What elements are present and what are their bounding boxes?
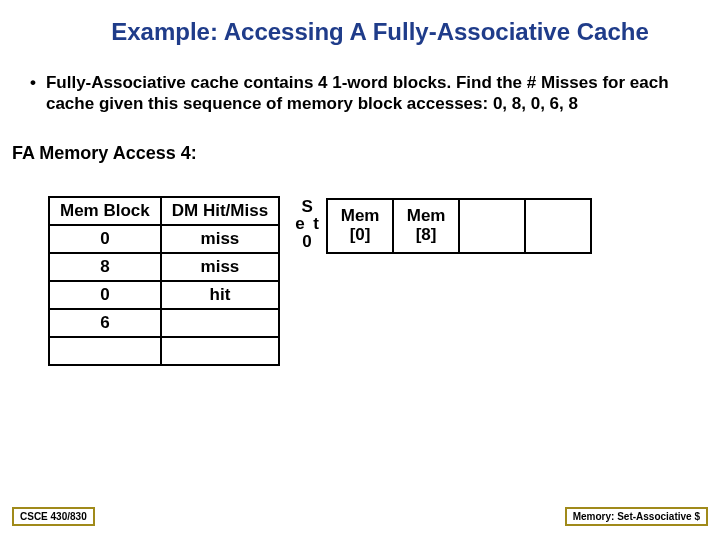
content-row: Mem Block DM Hit/Miss 0 miss 8 miss 0 hi… [0,164,720,366]
cell: hit [161,281,279,309]
table-row [49,337,279,365]
bullet-item: • Fully-Associative cache contains 4 1-w… [30,72,680,115]
cache-cell [459,199,525,253]
cell: 0 [49,225,161,253]
table-row: 6 [49,309,279,337]
cell: 6 [49,309,161,337]
footer-left: CSCE 430/830 [12,507,95,526]
cache-cell: Mem[0] [327,199,393,253]
table-row: 0 miss [49,225,279,253]
cell [161,309,279,337]
subheading: FA Memory Access 4: [0,115,720,164]
cache-cell [525,199,591,253]
bullet-list: • Fully-Associative cache contains 4 1-w… [0,54,720,115]
page-title: Example: Accessing A Fully-Associative C… [0,0,720,54]
cache-cell: Mem[8] [393,199,459,253]
table-row: Mem[0] Mem[8] [327,199,591,253]
cell [161,337,279,365]
table-row: 8 miss [49,253,279,281]
footer-right: Memory: Set-Associative $ [565,507,708,526]
col-header-memblock: Mem Block [49,197,161,225]
table-row: Mem Block DM Hit/Miss [49,197,279,225]
set-label-line: e t [294,215,322,233]
col-header-hitmiss: DM Hit/Miss [161,197,279,225]
set-label-line: S [294,198,322,216]
cell: 0 [49,281,161,309]
cache-group: S e t 0 Mem[0] Mem[8] [294,196,592,254]
set-label: S e t 0 [294,198,322,252]
cache-table: Mem[0] Mem[8] [326,198,592,254]
table-row: 0 hit [49,281,279,309]
cell [49,337,161,365]
set-label-line: 0 [294,233,322,251]
cell: 8 [49,253,161,281]
bullet-dot-icon: • [30,72,36,93]
cell: miss [161,253,279,281]
cell: miss [161,225,279,253]
access-table: Mem Block DM Hit/Miss 0 miss 8 miss 0 hi… [48,196,280,366]
bullet-text: Fully-Associative cache contains 4 1-wor… [46,72,680,115]
